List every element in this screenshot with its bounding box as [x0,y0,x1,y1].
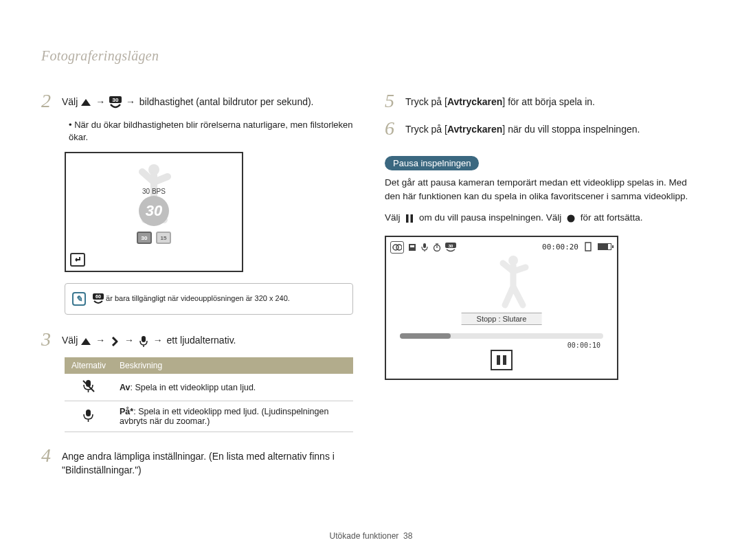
svg-text:60: 60 [95,294,101,299]
text: Välj [62,335,80,346]
step-body: Välj → → → ett ljudalternativ. [62,330,357,349]
audio-options-table: Alternativ Beskrivning Av: Spela in ett … [65,357,353,432]
svg-rect-10 [86,410,91,416]
step-5: 5 Tryck på [Avtryckaren] för att börja s… [385,91,701,111]
left-column: 2 Välj → 30 → bildhastighet (antal bildr… [41,91,357,486]
pause-description: Det går att pausa kameran temporärt meda… [385,176,701,203]
battery-icon [598,243,611,250]
arrow-icon: → [126,96,135,107]
text: Tryck på [ [405,124,447,135]
text: ] när du vill stoppa inspelningen. [502,124,640,135]
note-box: ✎ 60 är bara tillgängligt när videoupplö… [65,283,353,315]
svg-marker-6 [81,338,91,345]
option-desc: : Spela in ett videoklipp utan ljud. [131,383,256,392]
text: Välj [385,212,403,223]
arrow-icon: → [153,335,163,346]
svg-rect-11 [406,214,409,223]
table-cell: Av: Spela in ett videoklipp utan ljud. [113,374,353,401]
chevron-right-icon [109,336,120,347]
microphone-icon [138,336,149,347]
option-name: På* [120,407,133,416]
framerate-indicator-icon: 30 [445,243,456,251]
timer-indicator-icon [433,243,441,251]
table-header-beskrivning: Beskrivning [113,357,353,374]
note-badge-icon: ✎ [72,292,86,306]
table-row: På*: Spela in ett videoklipp med ljud. (… [65,401,353,432]
text: Tryck på [ [405,96,447,107]
svg-rect-17 [410,245,414,247]
pause-button [491,350,513,370]
arrow-icon: → [95,335,105,346]
text: ett ljudalternativ. [167,335,236,346]
rate-30-icon: 30 [137,232,152,244]
table-header-alternativ: Alternativ [65,357,113,374]
arrow-icon: → [95,96,105,107]
step-3: 3 Välj → → → ett ljudalternativ. [41,330,357,349]
triangle-up-icon [80,97,91,108]
section-title: Fotograferingslägen [41,48,701,64]
table-row: Av: Spela in ett videoklipp utan ljud. [65,374,353,401]
page-number: 38 [403,531,412,541]
mic-indicator-icon [420,243,429,251]
mic-on-icon [65,401,113,432]
svg-rect-18 [423,243,426,248]
recording-timer: 00:00:20 [542,243,578,251]
step-body: Ange andra lämpliga inställningar. (En l… [62,446,357,477]
rate-options: 30 15 [137,232,171,244]
bps-value-circle: 30 [139,196,169,226]
top-right-indicators: 00:00:20 [542,243,611,251]
elapsed-time: 00:00:10 [567,341,600,349]
text: för att fortsätta. [581,212,643,223]
step-2-note: När du ökar bildhastigheten blir rörelse… [69,119,357,144]
text: Välj [62,96,80,107]
svg-point-15 [396,245,402,250]
svg-rect-12 [411,214,414,223]
key-label: Avtryckaren [447,124,502,135]
record-icon [565,213,576,224]
svg-text:30: 30 [113,97,119,103]
svg-marker-0 [81,99,91,106]
step-4: 4 Ange andra lämpliga inställningar. (En… [41,446,357,477]
framerate-30-icon: 30 [109,96,122,109]
step-body: Tryck på [Avtryckaren] för att börja spe… [405,91,701,111]
sd-card-icon [584,243,592,251]
option-name: Av [120,383,131,392]
step-2: 2 Välj → 30 → bildhastighet (antal bildr… [41,91,357,111]
svg-point-13 [567,214,574,222]
step-body: Tryck på [Avtryckaren] när du vill stopp… [405,119,701,138]
stop-shutter-label: Stopp : Slutare [462,313,542,325]
step-number: 4 [41,446,56,477]
page-footer: Utökade funktioner 38 [0,531,742,541]
footer-label: Utökade funktioner [330,531,399,541]
pause-recording-heading: Pausa inspelningen [385,156,479,170]
step-number: 3 [41,330,56,349]
text: ] för att börja spela in. [502,96,595,107]
triangle-up-icon [80,336,91,347]
mic-off-icon [65,374,113,401]
recording-screenshot: 30 00:00:20 Stopp : Slutare 00:00:10 [385,236,618,380]
note-content: 60 är bara tillgängligt när videoupplösn… [93,293,290,304]
step-number: 6 [385,119,400,138]
key-label: Avtryckaren [447,96,502,107]
framerate-60-icon: 60 [93,293,104,304]
back-button [70,253,85,267]
text: om du vill pausa inspelningen. Välj [419,212,564,223]
arrow-icon: → [124,335,134,346]
note-text: är bara tillgängligt när videoupplösning… [106,294,290,302]
svg-text:30: 30 [449,243,453,247]
progress-bar [400,333,603,339]
option-desc: : Spela in ett videoklipp med ljud. (Lju… [120,407,328,426]
step-body: Välj → 30 → bildhastighet (antal bildrut… [62,91,357,111]
table-cell: På*: Spela in ett videoklipp med ljud. (… [113,401,353,432]
bps-label: 30 BPS [142,188,166,195]
step-number: 2 [41,91,56,111]
content-columns: 2 Välj → 30 → bildhastighet (antal bildr… [41,91,701,486]
pause-instruction: Välj om du vill pausa inspelningen. Välj… [385,211,701,225]
framerate-screenshot: 30 BPS 30 30 15 [65,152,243,272]
dancer-silhouette-icon [493,254,534,309]
text: bildhastighet (antal bildrutor per sekun… [139,96,314,107]
right-column: 5 Tryck på [Avtryckaren] för att börja s… [385,91,701,486]
step-6: 6 Tryck på [Avtryckaren] när du vill sto… [385,119,701,138]
step-number: 5 [385,91,400,111]
storage-icon [408,243,416,251]
